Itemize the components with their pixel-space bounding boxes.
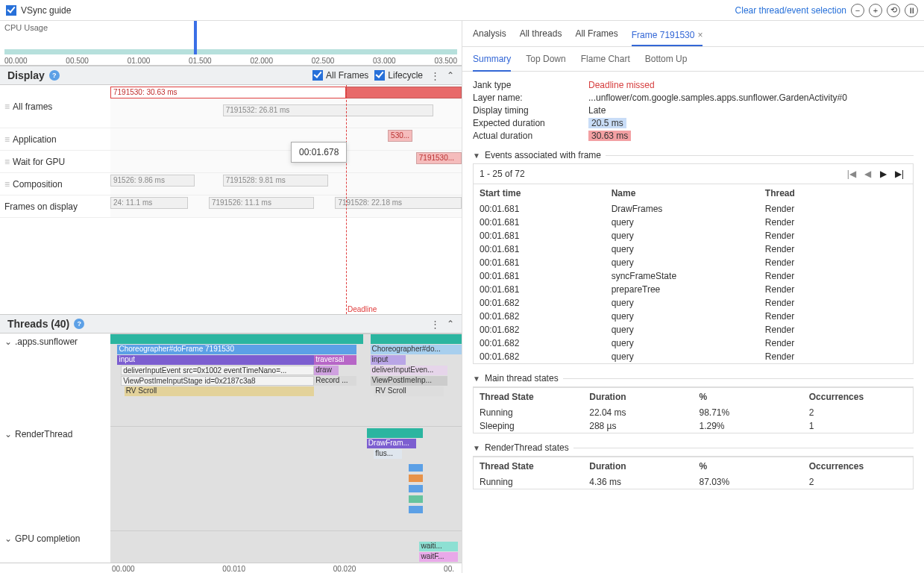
trace-bar[interactable]	[409, 506, 423, 513]
trace-bar[interactable]: deliverInputEvent src=0x1002 eventTimeNa…	[121, 366, 314, 375]
zoom-in-icon[interactable]: +	[869, 4, 882, 17]
trace-bar[interactable]: ViewPostImeInputStage id=0x2187c3a8	[121, 376, 314, 386]
trace-bar[interactable]: input	[117, 355, 314, 365]
threads-time-ruler: 00.00000.01000.02000.	[0, 563, 462, 573]
table-row[interactable]: 00:01.681queryRender	[474, 216, 913, 229]
frame-bar-jank[interactable]	[346, 87, 462, 98]
expand-icon[interactable]: ⌄	[4, 336, 12, 347]
table-row[interactable]: 00:01.682queryRender	[474, 323, 913, 336]
trace-bar[interactable]	[110, 334, 363, 344]
vsync-label: VSync guide	[21, 5, 71, 16]
chevron-down-icon[interactable]: ▼	[473, 375, 480, 383]
grip-icon[interactable]: ≡	[4, 179, 8, 190]
tab-analysis[interactable]: Analysis	[473, 25, 506, 42]
trace-bar[interactable]: RV Scroll	[374, 386, 444, 396]
trace-bar[interactable]: DrawFram...	[367, 439, 416, 448]
zoom-out-icon[interactable]: −	[851, 4, 864, 17]
subtab-topdown[interactable]: Top Down	[526, 51, 565, 67]
fd-bar[interactable]: 7191526: 11.1 ms	[209, 197, 314, 209]
track-all-frames: All frames	[13, 101, 52, 112]
table-row[interactable]: 00:01.681queryRender	[474, 242, 913, 256]
kebab-icon[interactable]: ⋮	[429, 319, 441, 330]
trace-bar[interactable]: Record ...	[314, 376, 356, 386]
wait-gpu-bar[interactable]: 7191530...	[416, 152, 462, 164]
tab-frame[interactable]: Frame 7191530×	[632, 27, 703, 46]
table-row[interactable]: 00:01.682queryRender	[474, 336, 913, 350]
frame-bar[interactable]: 7191532: 26.81 ms	[223, 104, 434, 116]
expand-icon[interactable]: ⌄	[4, 533, 12, 544]
trace-bar[interactable]	[371, 334, 462, 344]
trace-bar[interactable]: Choreographer#do...	[371, 345, 462, 354]
trace-bar[interactable]: draw	[314, 366, 339, 375]
close-icon[interactable]: ×	[697, 30, 703, 40]
trace-bar[interactable]: waiti...	[419, 542, 458, 551]
trace-bar[interactable]: flus...	[374, 449, 402, 459]
table-row[interactable]: 00:01.681queryRender	[474, 229, 913, 242]
table-row[interactable]: Sleeping288 µs1.29%1	[474, 419, 913, 433]
first-page-icon[interactable]: |◀	[844, 169, 859, 179]
threads-section-header: Threads (40) ? ⋮ ⌃	[0, 314, 462, 334]
table-row[interactable]: 00:01.682queryRender	[474, 350, 913, 363]
clear-selection-link[interactable]: Clear thread/event selection	[735, 5, 846, 16]
cpu-usage-chart[interactable]: CPU Usage 00.00000.50001.00001.50002.000…	[0, 21, 462, 66]
trace-bar[interactable]: ViewPostImeInp...	[371, 376, 448, 386]
subtab-flame[interactable]: Flame Chart	[581, 51, 630, 67]
table-row[interactable]: 00:01.682queryRender	[474, 310, 913, 323]
trace-bar[interactable]	[367, 428, 423, 438]
trace-bar[interactable]	[409, 475, 423, 482]
trace-bar[interactable]: input	[371, 355, 406, 365]
table-row[interactable]: 00:01.681queryRender	[474, 256, 913, 269]
grip-icon[interactable]: ≡	[4, 157, 8, 167]
table-row[interactable]: Running4.36 ms87.03%2	[474, 475, 913, 489]
table-row[interactable]: Running22.04 ms98.71%2	[474, 406, 913, 419]
trace-bar[interactable]	[409, 485, 423, 492]
collapse-icon[interactable]: ⌃	[447, 319, 454, 329]
thread-render: RenderThread	[15, 429, 72, 439]
help-icon[interactable]: ?	[49, 70, 60, 81]
comp-bar[interactable]: 7191528: 9.81 ms	[223, 175, 328, 187]
comp-bar[interactable]: 91526: 9.86 ms	[110, 175, 195, 187]
lifecycle-checkbox[interactable]	[374, 70, 385, 81]
deadline-label: Deadline	[348, 305, 377, 313]
trace-bar[interactable]: Choreographer#doFrame 7191530	[117, 345, 356, 354]
fd-bar[interactable]: 24: 11.1 ms	[110, 197, 188, 209]
next-page-icon[interactable]: ▶	[877, 169, 890, 179]
trace-bar[interactable]: traversal	[314, 355, 356, 365]
pause-icon[interactable]: ⏸	[905, 4, 918, 17]
frame-bar[interactable]: 7191530: 30.63 ms	[110, 87, 346, 98]
table-row[interactable]: 00:01.681syncFrameStateRender	[474, 269, 913, 283]
layer-name-value: ...unflower/com.google.samples.apps.sunf…	[588, 93, 914, 103]
trace-bar[interactable]: deliverInputEven...	[371, 366, 448, 375]
table-row[interactable]: 00:01.681prepareTreeRender	[474, 283, 913, 296]
chevron-down-icon[interactable]: ▼	[473, 444, 480, 452]
kebab-icon[interactable]: ⋮	[429, 70, 441, 81]
trace-bar[interactable]: RV Scroll	[125, 386, 314, 396]
grip-icon[interactable]: ≡	[4, 134, 8, 145]
vsync-checkbox[interactable]	[6, 5, 16, 16]
trace-bar[interactable]	[409, 464, 423, 472]
app-bar[interactable]: 530...	[388, 130, 412, 142]
tab-all-threads[interactable]: All threads	[520, 25, 562, 42]
table-row[interactable]: 00:01.682queryRender	[474, 296, 913, 310]
track-frames-display: Frames on display	[4, 201, 78, 212]
chevron-down-icon[interactable]: ▼	[473, 151, 480, 160]
all-frames-checkbox[interactable]	[312, 70, 323, 81]
help-icon[interactable]: ?	[74, 319, 84, 329]
grip-icon[interactable]: ≡	[4, 101, 8, 112]
trace-bar[interactable]: waitF...	[419, 552, 458, 562]
reset-zoom-icon[interactable]: ⟲	[887, 4, 900, 17]
events-title: Events associated with frame	[485, 150, 601, 160]
tab-all-frames[interactable]: All Frames	[575, 25, 617, 42]
prev-page-icon[interactable]: ◀	[861, 169, 874, 179]
table-row[interactable]: 00:01.681DrawFramesRender	[474, 202, 913, 216]
main-states-title: Main thread states	[485, 373, 559, 383]
collapse-icon[interactable]: ⌃	[447, 70, 454, 81]
track-application: Application	[13, 134, 57, 145]
expand-icon[interactable]: ⌄	[4, 429, 12, 439]
fd-bar[interactable]: 7191528: 22.18 ms	[335, 197, 462, 209]
trace-bar[interactable]	[409, 495, 423, 503]
subtab-bottomup[interactable]: Bottom Up	[645, 51, 688, 67]
last-page-icon[interactable]: ▶|	[892, 169, 907, 179]
display-title: Display	[7, 69, 45, 81]
subtab-summary[interactable]: Summary	[473, 51, 511, 72]
